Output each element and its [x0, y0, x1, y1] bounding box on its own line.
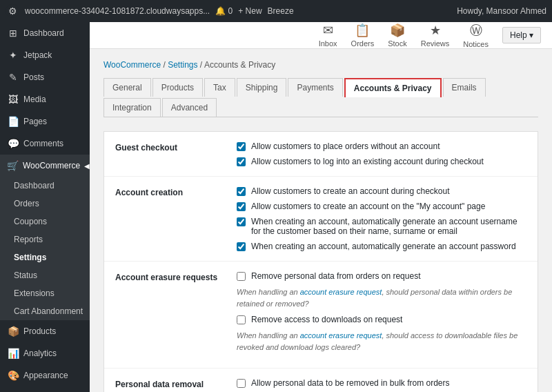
checkbox-account-creation-2[interactable] — [237, 202, 246, 211]
sidebar-item-label: Dashboard — [23, 28, 64, 38]
breadcrumb-settings[interactable]: Settings — [168, 60, 197, 70]
posts-icon: ✎ — [7, 72, 19, 83]
checkbox-guest-checkout-1[interactable] — [237, 142, 246, 151]
woo-extensions[interactable]: Extensions — [0, 284, 90, 302]
site-name[interactable]: woocommerce-334042-1081872.cloudwaysapps… — [25, 6, 210, 16]
checkbox-label-account-creation-1: Allow customers to create an account dur… — [251, 186, 449, 196]
products-icon: 📦 — [7, 326, 19, 337]
sidebar-item-appearance[interactable]: 🎨 Appearance — [0, 364, 90, 386]
icon-bar-inbox[interactable]: ✉ Inbox — [319, 23, 337, 48]
section-guest-checkout: Guest checkout Allow customers to place … — [104, 132, 538, 177]
sidebar-item-media[interactable]: 🖼 Media — [0, 88, 90, 110]
checkbox-account-creation-3[interactable] — [237, 217, 246, 226]
inbox-icon: ✉ — [323, 23, 333, 38]
checkbox-guest-checkout-2[interactable] — [237, 157, 246, 166]
erasure-link-1[interactable]: account erasure request — [300, 288, 382, 296]
section-label-account-erasure: Account erasure requests — [115, 271, 226, 282]
account-erasure-controls: Remove personal data from orders on requ… — [237, 271, 526, 358]
account-creation-option-4: When creating an account, automatically … — [237, 242, 526, 251]
sidebar-item-comments[interactable]: 💬 Comments — [0, 133, 90, 155]
admin-bar: ⚙ woocommerce-334042-1081872.cloudwaysap… — [0, 0, 552, 22]
erasure-link-2[interactable]: account erasure request — [300, 331, 382, 340]
checkbox-personal-data-1[interactable] — [237, 379, 246, 388]
sidebar-item-jetpack[interactable]: ✦ Jetpack — [0, 44, 90, 66]
sidebar-item-pages[interactable]: 📄 Pages — [0, 110, 90, 133]
tab-tax[interactable]: Tax — [204, 78, 235, 97]
woo-reports[interactable]: Reports — [0, 231, 90, 248]
main-content: ✉ Inbox 📋 Orders 📦 Stock ★ Reviews Ⓦ Not… — [90, 22, 552, 392]
analytics-icon: 📊 — [7, 348, 19, 359]
woocommerce-submenu: Dashboard Orders Coupons Reports Setting… — [0, 177, 90, 320]
user-greeting: Howdy, Mansoor Ahmed — [457, 6, 546, 16]
checkbox-erasure-1[interactable] — [237, 272, 246, 281]
tab-advanced[interactable]: Advanced — [162, 98, 217, 117]
sidebar-item-posts[interactable]: ✎ Posts — [0, 66, 90, 88]
sidebar-item-label: Media — [23, 95, 46, 104]
woo-orders[interactable]: Orders — [0, 195, 90, 213]
checkbox-label-account-creation-3: When creating an account, automatically … — [251, 217, 526, 236]
checkbox-account-creation-4[interactable] — [237, 242, 246, 251]
section-personal-data: Personal data removal Allow personal dat… — [104, 369, 538, 392]
tab-integration[interactable]: Integration — [103, 98, 161, 117]
sidebar-item-label: Analytics — [23, 349, 57, 358]
icon-bar-notices[interactable]: Ⓦ Notices — [463, 22, 489, 48]
breadcrumb-current: Accounts & Privacy — [204, 60, 275, 70]
tab-accounts-privacy[interactable]: Accounts & Privacy — [344, 78, 442, 97]
sidebar-item-dashboard[interactable]: ⊞ Dashboard — [0, 22, 90, 44]
account-creation-option-2: Allow customers to create an account on … — [237, 202, 526, 211]
section-account-erasure: Account erasure requests Remove personal… — [104, 262, 538, 369]
notifications-icon[interactable]: 🔔 0 — [215, 6, 233, 16]
breeze-button[interactable]: Breeze — [268, 6, 294, 16]
section-label-guest-checkout: Guest checkout — [115, 141, 226, 153]
guest-checkout-option-2: Allow customers to log into an existing … — [237, 157, 526, 166]
section-label-personal-data: Personal data removal — [115, 378, 226, 389]
sidebar-item-label: Comments — [23, 139, 63, 148]
woo-cart-abandonment[interactable]: Cart Abandonment — [0, 302, 90, 320]
wp-logo[interactable]: ⚙ — [6, 4, 19, 18]
tab-shipping[interactable]: Shipping — [237, 78, 287, 97]
sidebar-item-label: Appearance — [23, 371, 68, 380]
icon-bar: ✉ Inbox 📋 Orders 📦 Stock ★ Reviews Ⓦ Not… — [90, 22, 552, 49]
icon-bar-stock[interactable]: 📦 Stock — [388, 23, 407, 48]
pages-icon: 📄 — [7, 116, 19, 127]
orders-icon: 📋 — [355, 23, 370, 38]
media-icon: 🖼 — [7, 94, 19, 105]
stock-icon: 📦 — [390, 23, 405, 38]
new-button[interactable]: + New — [238, 6, 262, 16]
inbox-label: Inbox — [319, 39, 337, 48]
erasure-option-1: Remove personal data from orders on requ… — [237, 271, 526, 281]
checkbox-account-creation-1[interactable] — [237, 187, 246, 196]
help-button[interactable]: Help ▾ — [502, 27, 541, 43]
account-creation-option-1: Allow customers to create an account dur… — [237, 186, 526, 196]
tab-payments[interactable]: Payments — [288, 78, 342, 97]
woo-coupons[interactable]: Coupons — [0, 213, 90, 231]
sidebar-item-label: Pages — [23, 117, 47, 126]
woo-settings[interactable]: Settings — [0, 248, 90, 266]
breadcrumb: WooCommerce / Settings / Accounts & Priv… — [103, 60, 538, 70]
sidebar-item-woocommerce[interactable]: 🛒 WooCommerce ◀ — [0, 155, 90, 177]
account-creation-controls: Allow customers to create an account dur… — [237, 186, 526, 251]
sidebar-item-plugins[interactable]: 🔌 Plugins — [0, 386, 90, 392]
woo-collapse-icon: ◀ — [84, 162, 90, 170]
checkbox-label-personal-data-1: Allow personal data to be removed in bul… — [251, 378, 449, 388]
tab-products[interactable]: Products — [152, 78, 203, 97]
personal-data-controls: Allow personal data to be removed in bul… — [237, 378, 526, 388]
woo-status[interactable]: Status — [0, 266, 90, 284]
sidebar-item-analytics[interactable]: 📊 Analytics — [0, 342, 90, 364]
icon-bar-orders[interactable]: 📋 Orders — [351, 23, 375, 48]
breadcrumb-woocommerce[interactable]: WooCommerce — [103, 60, 161, 70]
checkbox-erasure-2[interactable] — [237, 315, 246, 324]
erasure-desc-2: When handling an account erasure request… — [237, 330, 526, 353]
woo-dashboard[interactable]: Dashboard — [0, 177, 90, 195]
settings-tabs: General Products Tax Shipping Payments A… — [103, 78, 538, 117]
tab-general[interactable]: General — [103, 78, 151, 97]
tab-emails[interactable]: Emails — [443, 78, 486, 97]
sidebar-item-label: Jetpack — [23, 50, 52, 60]
account-creation-option-3: When creating an account, automatically … — [237, 217, 526, 236]
help-label: Help ▾ — [510, 30, 533, 40]
icon-bar-reviews[interactable]: ★ Reviews — [421, 23, 450, 48]
stock-label: Stock — [388, 39, 407, 48]
sidebar-item-products[interactable]: 📦 Products — [0, 320, 90, 342]
checkbox-label-erasure-2: Remove access to downloads on request — [251, 315, 402, 324]
settings-form: Guest checkout Allow customers to place … — [103, 131, 538, 392]
